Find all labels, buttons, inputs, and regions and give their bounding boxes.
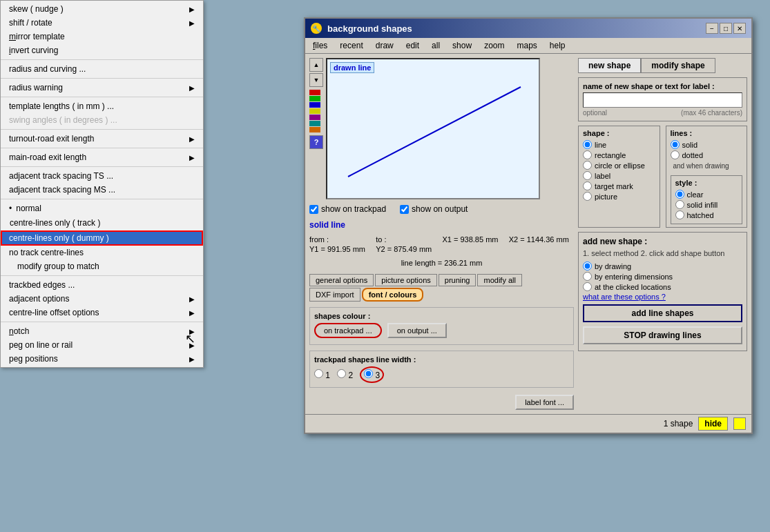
on-output-button[interactable]: on output ...: [387, 323, 447, 338]
linewidth-1-label[interactable]: 1: [314, 369, 330, 380]
color-orange[interactable]: [309, 127, 320, 132]
what-options-link[interactable]: what are these options ?: [583, 293, 742, 301]
style-clear-label: clear: [687, 190, 704, 199]
menu-item-turnout-exit[interactable]: turnout-road exit length: [1, 132, 203, 146]
menu-files[interactable]: files: [311, 40, 329, 51]
tab-pruning[interactable]: pruning: [439, 274, 477, 286]
method-clicked-radio[interactable]: [583, 282, 592, 291]
help-icon[interactable]: ?: [309, 135, 323, 149]
linewidth-3-radio[interactable]: [364, 369, 373, 378]
menu-item-no-track-centre[interactable]: no track centre-lines: [1, 246, 203, 259]
menu-help[interactable]: help: [548, 40, 568, 51]
lines-solid-radio[interactable]: [671, 140, 680, 149]
show-trackpad-label[interactable]: show on trackpad: [309, 204, 386, 214]
menu-maps[interactable]: maps: [514, 40, 539, 51]
menu-item-invert-curving[interactable]: invert curving: [1, 43, 203, 57]
shape-label-label: label: [595, 172, 610, 180]
tab-picture-options[interactable]: picture options: [375, 274, 437, 286]
color-purple[interactable]: [309, 115, 320, 120]
minimize-button[interactable]: −: [706, 23, 718, 34]
linewidth-2-text: 2: [348, 371, 353, 380]
tab-modify-all[interactable]: modify all: [477, 274, 521, 286]
method-drawing-radio[interactable]: [583, 262, 592, 270]
separator-6: [1, 166, 203, 167]
menu-item-mirror-template[interactable]: mirror template: [1, 30, 203, 43]
hide-button[interactable]: hide: [698, 417, 728, 431]
menu-item-adjacent-options[interactable]: adjacent options: [1, 292, 203, 306]
add-shape-step: 1. select method 2. click add shape butt…: [583, 249, 742, 257]
linewidth-title: trackpad shapes line width :: [314, 355, 569, 364]
canvas-controls: ▲ ▼ ?: [309, 58, 323, 199]
menu-item-centre-lines-dummy[interactable]: centre-lines only ( dummy ): [1, 230, 203, 246]
close-button[interactable]: ✕: [733, 23, 746, 34]
menu-item-radius-warning[interactable]: radius warning: [1, 81, 203, 95]
show-output-label[interactable]: show on output: [400, 204, 468, 214]
shape-rectangle-radio[interactable]: [583, 150, 592, 159]
linewidth-1-radio[interactable]: [314, 369, 323, 378]
label-font-button[interactable]: label font ...: [515, 395, 574, 410]
menu-item-adjacent-ts[interactable]: adjacent track spacing TS ...: [1, 169, 203, 183]
color-green[interactable]: [309, 96, 320, 101]
drawing-canvas[interactable]: drawn line: [326, 58, 540, 199]
method-dimensions-radio[interactable]: [583, 272, 592, 281]
show-trackpad-checkbox[interactable]: [309, 205, 318, 214]
shape-circle-radio[interactable]: [583, 161, 592, 170]
menu-show[interactable]: show: [450, 40, 474, 51]
scroll-down-button[interactable]: ▼: [309, 73, 323, 87]
shape-label-radio[interactable]: [583, 171, 592, 180]
menu-edit[interactable]: edit: [404, 40, 421, 51]
color-cyan[interactable]: [309, 121, 320, 126]
menu-item-peg-positions[interactable]: peg positions: [1, 352, 203, 366]
color-yellow[interactable]: [309, 108, 320, 114]
menu-item-peg-line-rail[interactable]: peg on line or rail: [1, 338, 203, 352]
from-label: from :: [309, 235, 370, 244]
menu-item-normal[interactable]: normal: [1, 201, 203, 215]
menu-item-radius-curving[interactable]: radius and curving ...: [1, 62, 203, 76]
linewidth-3-label[interactable]: 3: [360, 366, 384, 383]
menu-item-shift-rotate[interactable]: shift / rotate: [1, 16, 203, 30]
separator-1: [1, 59, 203, 60]
color-blue[interactable]: [309, 102, 320, 108]
scroll-up-button[interactable]: ▲: [309, 58, 323, 72]
menu-draw[interactable]: draw: [374, 40, 396, 51]
shape-line-radio[interactable]: [583, 140, 592, 149]
shape-picture-radio[interactable]: [583, 192, 592, 201]
menu-item-skew[interactable]: skew ( nudge ): [1, 2, 203, 16]
add-line-shapes-button[interactable]: add line shapes: [583, 304, 742, 322]
tab-font-colours[interactable]: font / colours: [362, 288, 424, 302]
color-red[interactable]: [309, 90, 320, 95]
method-drawing-row: by drawing: [583, 262, 742, 270]
menu-all[interactable]: all: [430, 40, 442, 51]
maximize-button[interactable]: □: [720, 23, 732, 34]
menu-item-main-exit[interactable]: main-road exit length: [1, 150, 203, 164]
style-hatched-radio[interactable]: [675, 210, 684, 219]
show-output-checkbox[interactable]: [400, 205, 409, 214]
x1-value: X1 = 938.85 mm: [442, 235, 503, 244]
on-trackpad-button[interactable]: on trackpad ...: [314, 323, 382, 338]
lines-dotted-radio[interactable]: [671, 150, 680, 159]
tab-new-shape[interactable]: new shape: [578, 58, 641, 73]
menu-item-centre-line-offset[interactable]: centre-line offset options: [1, 306, 203, 319]
linewidth-2-radio[interactable]: [337, 369, 346, 378]
menu-item-modify-group[interactable]: modify group to match: [1, 259, 203, 273]
linewidth-2-label[interactable]: 2: [337, 369, 353, 380]
menu-item-trackbed-edges[interactable]: trackbed edges ...: [1, 278, 203, 292]
style-solid-infill-radio[interactable]: [675, 200, 684, 209]
tab-general-options[interactable]: general options: [309, 274, 374, 286]
menu-item-notch[interactable]: notch: [1, 324, 203, 338]
tab-modify-shape[interactable]: modify shape: [641, 58, 715, 73]
right-panel: new shape modify shape name of new shape…: [578, 58, 747, 410]
shape-target-radio[interactable]: [583, 181, 592, 190]
menu-item-centre-lines-track[interactable]: centre-lines only ( track ): [1, 215, 203, 230]
menu-item-adjacent-ms[interactable]: adjacent track spacing MS ...: [1, 183, 203, 197]
style-clear-radio[interactable]: [675, 190, 684, 199]
shape-target-row: target mark: [583, 181, 655, 190]
tab-dxf-import[interactable]: DXF import: [309, 288, 360, 302]
stop-drawing-button[interactable]: STOP drawing lines: [583, 326, 742, 344]
shape-name-input[interactable]: [583, 92, 742, 108]
menu-recent[interactable]: recent: [338, 40, 365, 51]
menu-zoom[interactable]: zoom: [482, 40, 506, 51]
menu-item-template-lengths[interactable]: template lengths ( in mm ) ...: [1, 99, 203, 113]
line-length: line length = 236.21 mm: [309, 259, 574, 267]
shapes-colour-section: shapes colour : on trackpad ... on outpu…: [309, 307, 574, 345]
